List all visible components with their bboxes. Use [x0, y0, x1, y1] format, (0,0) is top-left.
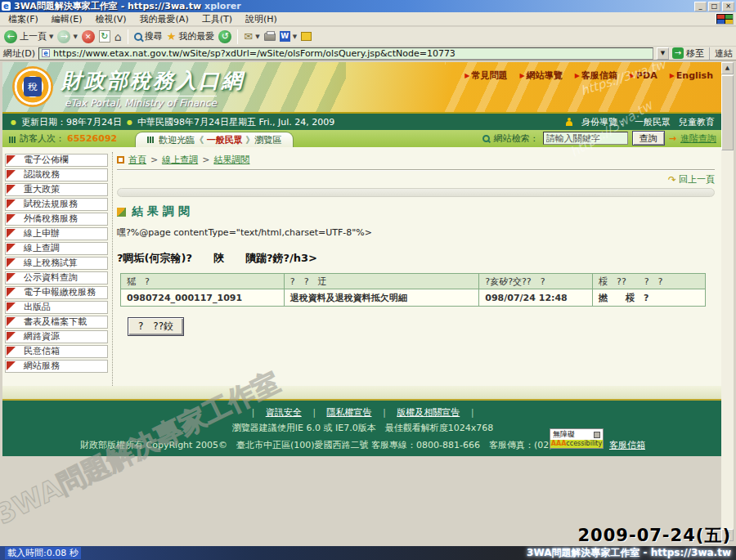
scrollbar-thumb[interactable] [721, 75, 734, 150]
bottom-status-strip: 載入時間:0.08 秒 3WA問題解決專家工作室 - https://3wa.t… [0, 546, 736, 560]
refresh-button[interactable]: ↻ [99, 30, 110, 43]
main-panel: 首頁 > 線上查調 > 結果調閱 ↷ 回上一頁 結果調閱 嘿?%@page co… [117, 154, 715, 386]
site-subtitle: eTax Portal, Ministry of Finance [65, 96, 217, 109]
edit-dropdown-icon[interactable]: ▼ [293, 34, 297, 40]
address-field[interactable]: e https://www.etax.nat.gov.tw/wSite/sp?x… [38, 47, 653, 60]
banner-link-faq[interactable]: ▶常見問題 [464, 69, 507, 82]
menu-view[interactable]: 檢視(V) [95, 13, 126, 25]
accessibility-label: 無障礙 [553, 429, 575, 440]
banner-link-service-mail[interactable]: ▶客服信箱 [575, 69, 617, 82]
sidebar-item-downloads[interactable]: 書表及檔案下載 [5, 316, 108, 329]
cell-query-name: 退稅資料及退稅資料抵欠明細 [284, 289, 478, 307]
menu-file[interactable]: 檔案(F) [8, 13, 38, 25]
sidebar-item-tax-law[interactable]: 賦稅法規服務 [5, 198, 108, 211]
menu-edit[interactable]: 編輯(E) [52, 13, 83, 25]
go-button[interactable]: → 移至 [672, 47, 704, 60]
sidebar-item-foreigner-service[interactable]: 外僑稅務服務 [5, 213, 108, 226]
sidebar-item-e-bulletin[interactable]: 電子公佈欄 [5, 154, 108, 167]
welcome-tab: 歡迎光臨《 一般民眾 》瀏覽區 [135, 132, 294, 147]
minimize-button[interactable]: _ [694, 2, 707, 11]
breadcrumb-icon [117, 156, 124, 164]
load-time: 載入時間:0.08 秒 [5, 547, 81, 559]
back-button[interactable]: ← 上一頁 ▼ [4, 30, 53, 43]
history-button[interactable]: ↺ [218, 30, 231, 43]
banner-link-english[interactable]: ▶English [670, 69, 713, 82]
breadcrumb-online-query[interactable]: 線上查調 [162, 154, 198, 166]
vertical-scrollbar[interactable]: ▲ ▼ [721, 62, 734, 541]
window-title: 3WA問題解決專家工作室 - https://3wa.tw [14, 0, 201, 12]
edit-word-icon: W [280, 31, 290, 42]
identity-children-education[interactable]: 兒童教育 [679, 116, 715, 128]
scroll-up-icon[interactable]: ▲ [721, 62, 734, 74]
banner-link-pda[interactable]: ▶PDA [630, 69, 657, 82]
close-button[interactable]: × [722, 2, 734, 11]
sidebar-item-opinion-mailbox[interactable]: 民意信箱 [5, 345, 108, 358]
edit-button[interactable]: W ▼ [280, 31, 297, 42]
maximize-button[interactable]: □ [708, 2, 720, 11]
bullet-icon: ● [11, 119, 16, 126]
table-header-row: 猺 ? ? ? 迂 ?亥矽?交?? ? 桵 ?? ? ? [121, 274, 706, 289]
sidebar-item-site-service[interactable]: 網站服務 [5, 360, 108, 373]
list-bars-icon [147, 137, 155, 143]
breadcrumb-home[interactable]: 首頁 [128, 154, 146, 166]
search-button[interactable]: 搜尋 [134, 30, 163, 43]
back-dropdown-icon[interactable]: ▼ [49, 34, 53, 40]
identity-label: 身份導覽： [581, 116, 626, 128]
forward-dropdown-icon[interactable]: ▼ [73, 34, 77, 40]
favorites-button[interactable]: ★ 我的最愛 [167, 30, 215, 43]
messenger-button[interactable] [301, 32, 312, 41]
sidebar-item-tax-trial[interactable]: 線上稅務試算 [5, 257, 108, 270]
mail-dropdown-icon[interactable]: ▼ [255, 34, 259, 40]
advanced-search-link[interactable]: 進階查詢 [680, 132, 716, 145]
menu-help[interactable]: 說明(H) [245, 13, 277, 25]
stop-button[interactable]: ✕ [82, 30, 95, 43]
home-button[interactable]: ⌂ [114, 30, 122, 43]
sidebar-item-web-resources[interactable]: 網路資源 [5, 330, 108, 343]
windows-logo-icon [716, 13, 734, 25]
forward-button[interactable]: → ▼ [57, 30, 77, 43]
back-label: 上一頁 [20, 30, 47, 43]
submit-button[interactable]: ? ??鉸 [128, 317, 184, 336]
title-bar: e 3WA問題解決專家工作室 - https://3wa.tw xplorer … [0, 0, 736, 12]
page-icon: e [42, 49, 50, 57]
site-search-label: 網站檢索： [494, 132, 539, 145]
col-header-status: 桵 ?? ? ? [593, 274, 706, 289]
sidebar-item-public-data[interactable]: 公示資料查詢 [5, 271, 108, 284]
menu-bar: 檔案(F) 編輯(E) 檢視(V) 我的最愛(A) 工具(T) 說明(H) [0, 12, 736, 26]
accessibility-badge[interactable]: 無障礙 AAAccessibility [550, 428, 604, 449]
mail-button[interactable]: ✉ ▼ [244, 30, 259, 43]
copyright-text: 財政部版權所有 CopyRight 2005© 臺北市中正區(100)愛國西路二… [80, 440, 598, 450]
links-menu[interactable]: 連結 [709, 47, 733, 60]
footer-service-mail-link[interactable]: 客服信箱 [609, 440, 645, 450]
site-footer: ｜ 資訊安全 ｜ 隱私權宣告 ｜ 版權及相關宣告 ｜ 瀏覽器建議使用IE 6.0… [2, 399, 723, 456]
forward-icon: → [57, 30, 70, 43]
go-arrow-icon: → [672, 47, 684, 59]
sidebar-item-e-filing[interactable]: 電子申報繳稅服務 [5, 286, 108, 299]
toolbar-separator [128, 29, 128, 44]
phone-icon [594, 432, 600, 438]
address-dropdown-icon[interactable]: ▼ [657, 47, 669, 60]
banner-link-sitemap[interactable]: ▶網站導覽 [520, 69, 563, 82]
breadcrumb-result[interactable]: 結果調閱 [213, 154, 249, 166]
keyword-input[interactable] [543, 132, 628, 145]
list-bars-icon [9, 137, 16, 143]
back-to-previous-link[interactable]: 回上一頁 [679, 173, 715, 186]
query-button[interactable]: 查詢 [632, 131, 665, 146]
sidebar-item-online-apply[interactable]: 線上申辦 [5, 227, 108, 240]
identity-general-public[interactable]: 一般民眾 [635, 116, 671, 128]
menu-tools[interactable]: 工具(T) [202, 13, 232, 25]
window-title-suffix: xplorer [204, 1, 241, 11]
sidebar-item-publications[interactable]: 出版品 [5, 301, 108, 314]
footer-link-privacy[interactable]: 隱私權宣告 [327, 406, 372, 419]
print-button[interactable] [264, 33, 276, 41]
welcome-text: 歡迎光臨《 一般民眾 》瀏覽區 [159, 134, 281, 146]
footer-link-security[interactable]: 資訊安全 [266, 406, 302, 419]
sidebar-item-major-policy[interactable]: 重大政策 [5, 183, 108, 196]
table-row: 0980724_000117_1091 退稅資料及退稅資料抵欠明細 098/07… [121, 289, 706, 307]
sidebar-item-online-query[interactable]: 線上查調 [5, 242, 108, 255]
sidebar-item-know-tax[interactable]: 認識稅務 [5, 168, 108, 181]
page-content: 電子公佈欄 認識稅務 重大政策 賦稅法規服務 外僑稅務服務 線上申辦 線上查調 … [2, 147, 723, 386]
menu-favorites[interactable]: 我的最愛(A) [140, 13, 189, 25]
footer-link-copyright-notice[interactable]: 版權及相關宣告 [397, 406, 460, 419]
browser-recommendation: 瀏覽器建議使用IE 6.0 或 IE7.0版本 最佳觀看解析度1024x768 [2, 422, 723, 434]
